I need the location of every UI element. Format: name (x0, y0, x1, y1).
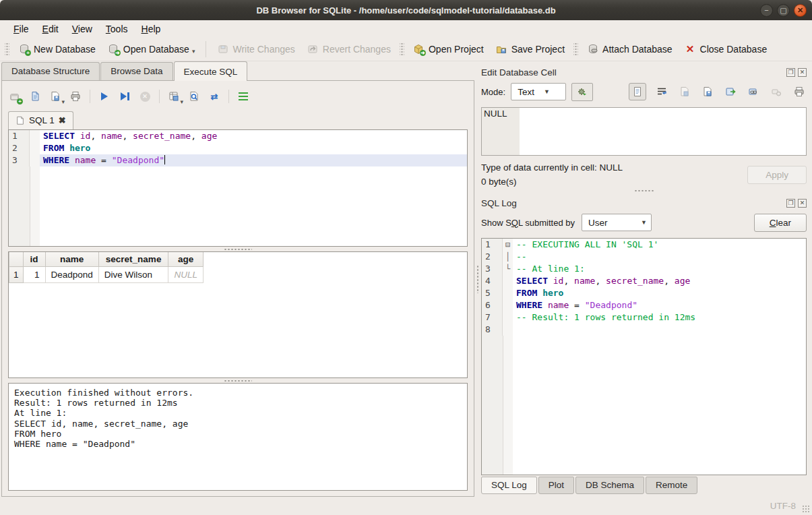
clear-log-button[interactable]: Clear (754, 214, 807, 232)
sql-editor[interactable]: 1SELECT id, name, secret_name, age2FROM … (8, 129, 468, 247)
main-tabbar: Database Structure Browse Data Execute S… (0, 61, 476, 80)
tab-database-structure[interactable]: Database Structure (1, 62, 100, 80)
cell-value-display: NULL (482, 108, 520, 155)
table-row: 1 1 Deadpond Dive Wilson NULL (9, 267, 204, 283)
cell-name[interactable]: Deadpond (45, 267, 98, 283)
sql-log-view[interactable]: 1⊟-- EXECUTING ALL IN 'SQL 1'2│--3└-- At… (481, 238, 807, 475)
close-database-button[interactable]: ✕ Close Database (679, 40, 773, 57)
menu-edit[interactable]: Edit (36, 22, 65, 36)
float-panel-icon[interactable]: ❐ (786, 68, 795, 77)
open-project-button[interactable]: ➜ Open Project (408, 40, 489, 57)
code-line: 6WHERE name = "Deadpond" (482, 299, 806, 311)
open-sql-file-icon[interactable] (28, 90, 42, 103)
auto-mode-button[interactable] (571, 83, 593, 101)
tab-execute-sql[interactable]: Execute SQL (174, 61, 248, 81)
mode-select[interactable]: Text ▼ (511, 83, 566, 100)
print-cell-icon[interactable] (792, 84, 807, 99)
maximize-button[interactable]: ▢ (777, 4, 790, 17)
close-panel-icon[interactable]: ✕ (798, 199, 807, 208)
cell-id[interactable]: 1 (23, 267, 45, 283)
toolbar-separator (206, 41, 206, 57)
set-null-icon[interactable] (769, 84, 784, 99)
toolbar-separator (90, 90, 90, 103)
find-icon[interactable] (187, 90, 201, 103)
execute-line-icon[interactable] (118, 90, 131, 103)
cell-size-info: 0 byte(s) (481, 177, 623, 187)
chevron-down-icon[interactable]: ▾ (192, 48, 195, 55)
write-changes-button[interactable]: Write Changes (212, 40, 300, 57)
encoding-indicator[interactable]: UTF-8 (770, 501, 796, 511)
titlebar: DB Browser for SQLite - /home/user/code/… (0, 0, 812, 20)
toolbar-drag-handle[interactable] (573, 42, 578, 57)
apply-button[interactable]: Apply (747, 166, 807, 184)
dock-tab-plot[interactable]: Plot (538, 477, 574, 494)
execution-message[interactable]: Execution finished without errors. Resul… (8, 383, 468, 491)
attach-database-icon (587, 43, 598, 55)
cell-age[interactable]: NULL (168, 267, 204, 283)
splitter-handle[interactable] (8, 247, 468, 251)
sql-doc-tab[interactable]: SQL 1 ✖ (8, 111, 73, 129)
close-button[interactable]: ✕ (794, 4, 807, 17)
save-project-button[interactable]: Save Project (491, 40, 570, 57)
minimize-button[interactable]: − (760, 4, 773, 17)
open-project-icon: ➜ (413, 43, 425, 55)
main-area: Database Structure Browse Data Execute S… (0, 61, 812, 497)
save-sql-file-icon[interactable]: ▾ (49, 90, 62, 103)
menu-tools[interactable]: Tools (99, 22, 135, 36)
resize-grip-icon[interactable] (802, 505, 810, 513)
revert-changes-button[interactable]: Revert Changes (302, 40, 396, 57)
toolbar-separator (228, 90, 229, 103)
format-sql-icon[interactable] (237, 90, 250, 103)
toolbar-drag-handle[interactable] (400, 42, 404, 57)
export-results-icon[interactable]: ▾ (167, 90, 181, 103)
chevron-down-icon[interactable]: ▾ (180, 98, 183, 105)
new-sql-tab-icon[interactable]: + (8, 90, 22, 103)
column-header-age[interactable]: age (168, 252, 204, 267)
row-number[interactable]: 1 (9, 267, 24, 283)
splitter-handle[interactable] (481, 187, 807, 195)
attach-database-button[interactable]: Attach Database (582, 40, 678, 57)
sql-log-filter-select[interactable]: User ▼ (582, 214, 652, 231)
word-wrap-icon[interactable] (654, 84, 669, 99)
new-database-button[interactable]: + New Database (13, 40, 101, 57)
sql-toolbar: + ▾ ✕ (8, 86, 468, 107)
column-header-name[interactable]: name (45, 252, 98, 267)
open-database-label: Open Database (123, 44, 189, 55)
close-panel-icon[interactable]: ✕ (798, 68, 807, 77)
open-database-button[interactable]: ➜ Open Database ▾ (102, 40, 201, 57)
chevron-down-icon[interactable]: ▾ (61, 98, 65, 105)
stop-icon[interactable]: ✕ (138, 90, 152, 103)
code-line: 3WHERE name = "Deadpond" (9, 154, 467, 166)
replace-icon[interactable]: ⇄ (208, 90, 221, 103)
splitter-handle[interactable] (8, 378, 468, 383)
cell-secret-name[interactable]: Dive Wilson (98, 267, 168, 283)
statusbar: UTF-8 (0, 497, 812, 515)
dock-tab-remote[interactable]: Remote (646, 477, 697, 494)
execute-all-icon[interactable] (98, 90, 111, 103)
cell-value-editor[interactable]: NULL (481, 107, 807, 156)
print-sql-icon[interactable] (69, 90, 82, 103)
close-sql-tab-icon[interactable]: ✖ (59, 115, 66, 125)
dock-tab-sql-log[interactable]: SQL Log (481, 477, 537, 494)
import-cell-icon[interactable] (700, 84, 715, 99)
window-controls: − ▢ ✕ (760, 4, 812, 17)
attach-database-label: Attach Database (602, 44, 673, 55)
column-header-secret-name[interactable]: secret_name (98, 252, 168, 267)
link-cell-icon[interactable] (746, 84, 761, 99)
tab-browse-data[interactable]: Browse Data (100, 62, 173, 80)
float-panel-icon[interactable]: ❐ (786, 199, 795, 208)
text-document-icon[interactable] (629, 83, 646, 100)
export-cell-icon[interactable] (723, 84, 738, 99)
menu-help[interactable]: Help (135, 22, 168, 36)
results-corner-cell[interactable] (9, 252, 24, 267)
code-line: 1⊟-- EXECUTING ALL IN 'SQL 1' (482, 239, 806, 251)
menu-file[interactable]: File (7, 22, 36, 36)
dock-tab-db-schema[interactable]: DB Schema (575, 477, 644, 494)
column-header-id[interactable]: id (23, 252, 45, 267)
toolbar-drag-handle[interactable] (5, 42, 9, 57)
results-table: id name secret_name age 1 1 Deadpond Div… (9, 252, 204, 283)
results-grid[interactable]: id name secret_name age 1 1 Deadpond Div… (8, 251, 468, 378)
new-database-icon: + (18, 43, 30, 55)
save-cell-icon[interactable] (677, 84, 692, 99)
menu-view[interactable]: View (65, 22, 99, 36)
